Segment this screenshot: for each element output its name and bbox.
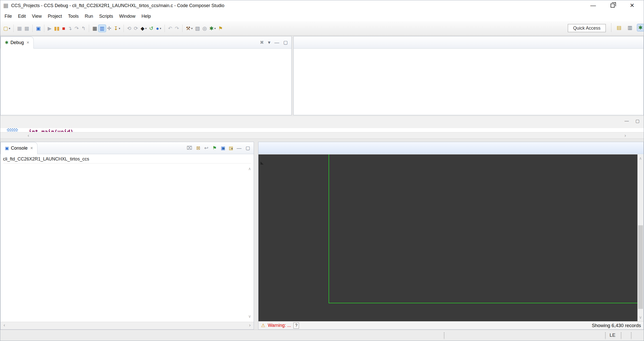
- dropdown-arrow-icon[interactable]: ▾: [160, 27, 161, 30]
- menu-file[interactable]: File: [2, 12, 15, 21]
- minimize-icon[interactable]: —: [625, 118, 629, 124]
- dropdown-arrow-icon[interactable]: ▾: [231, 147, 233, 150]
- undo-icon[interactable]: ↶: [167, 25, 174, 32]
- open-perspective-icon[interactable]: ▤: [615, 24, 623, 31]
- redo-icon-glyph: ↷: [175, 26, 179, 31]
- ccs-edit-perspective-icon[interactable]: ▥: [626, 24, 634, 31]
- memory-view-icon[interactable]: ▥: [98, 25, 106, 32]
- menu-scripts[interactable]: Scripts: [96, 12, 116, 21]
- menu-edit[interactable]: Edit: [15, 12, 29, 21]
- scroll-right-icon[interactable]: ›: [249, 322, 251, 328]
- refresh-connection-icon[interactable]: ↺: [148, 25, 155, 32]
- view-menu-icon[interactable]: ▾: [268, 39, 271, 45]
- menu-run[interactable]: Run: [82, 12, 96, 21]
- editor-content-clipped: int main(void): [0, 128, 644, 132]
- dropdown-arrow-icon[interactable]: ▾: [145, 27, 147, 30]
- console-horizontal-scrollbar[interactable]: ‹ ›: [1, 322, 254, 329]
- scroll-left-icon[interactable]: ‹: [28, 133, 29, 138]
- maximize-icon[interactable]: ▢: [283, 39, 288, 45]
- statusbar-grip: [605, 332, 606, 339]
- help-button[interactable]: ?: [293, 323, 299, 329]
- core-trace-icon[interactable]: ◆▾: [139, 25, 148, 32]
- search-icon[interactable]: ◎: [201, 25, 208, 32]
- maximize-icon[interactable]: ▢: [246, 145, 250, 151]
- scroll-up-icon[interactable]: ∧: [248, 166, 251, 171]
- expressions-view: [293, 36, 644, 115]
- scroll-left-icon[interactable]: ‹: [4, 322, 5, 328]
- flag-icon[interactable]: ⚑: [217, 25, 224, 32]
- new-file-button[interactable]: ▢▾: [2, 25, 11, 32]
- scroll-lock-icon[interactable]: ⊠: [196, 145, 200, 151]
- tab-console[interactable]: ▣ Console ✕: [1, 142, 37, 154]
- open-console-icon[interactable]: ▤▾: [229, 145, 233, 151]
- display-selected-console-icon[interactable]: ▣▾: [221, 145, 225, 151]
- energytrace-view-header: [258, 142, 643, 154]
- step-return-icon[interactable]: ↰: [80, 25, 87, 32]
- toolbar-separator: [44, 25, 44, 32]
- minimize-icon[interactable]: —: [274, 40, 279, 45]
- terminate-icon[interactable]: ■: [61, 25, 67, 32]
- resume-icon[interactable]: ▶: [46, 25, 53, 32]
- dropdown-arrow-icon[interactable]: ▾: [191, 27, 193, 30]
- scrollbar-thumb[interactable]: [638, 225, 643, 309]
- scroll-right-icon[interactable]: ›: [625, 133, 626, 138]
- redo-icon[interactable]: ↷: [173, 25, 180, 32]
- toolbar-separator: [124, 25, 124, 32]
- restart-icon[interactable]: ⟲: [126, 25, 133, 32]
- new-file-button-glyph: ▢: [3, 26, 8, 31]
- editor-horizontal-scrollbar[interactable]: ‹ ›: [0, 132, 644, 139]
- chart-vertical-scrollbar[interactable]: ∧ ∨: [637, 154, 643, 321]
- restore-window-button[interactable]: [611, 4, 615, 8]
- scroll-down-icon[interactable]: ∨: [248, 314, 251, 319]
- editor-tab-bar: [0, 116, 644, 128]
- close-icon[interactable]: ✕: [26, 41, 29, 45]
- close-icon[interactable]: ✕: [30, 146, 33, 150]
- minimize-icon[interactable]: —: [237, 145, 242, 151]
- menu-help[interactable]: Help: [138, 12, 154, 21]
- minimize-window-button[interactable]: —: [590, 2, 596, 9]
- maximize-icon[interactable]: ▢: [635, 118, 639, 124]
- dropdown-arrow-icon[interactable]: ▾: [9, 27, 10, 30]
- flash-download-icon[interactable]: ↧▾: [113, 25, 122, 32]
- dropdown-arrow-icon[interactable]: ▾: [223, 147, 225, 150]
- menu-view[interactable]: View: [29, 12, 45, 21]
- build-button[interactable]: ⚒▾: [185, 25, 194, 32]
- menu-tools[interactable]: Tools: [65, 12, 82, 21]
- records-count: Showing 6,430 records: [592, 323, 641, 328]
- debug-launch-button[interactable]: ✱▾: [208, 25, 217, 32]
- ccs-debug-perspective-icon[interactable]: ✱: [637, 24, 644, 31]
- scroll-down-icon[interactable]: ∨: [639, 315, 642, 320]
- suspend-icon[interactable]: ▮▮: [53, 25, 61, 32]
- console-view: ▣ Console ✕ ⌧⊠↩⚑▣▾▤▾—▢ cli_ftd_CC26X2R1_…: [0, 142, 254, 330]
- console-process-label: cli_ftd_CC26X2R1_LAUNCHXL_tirtos_ccs: [3, 156, 251, 164]
- reset-cpu-icon[interactable]: ⟳: [133, 25, 139, 32]
- dropdown-arrow-icon[interactable]: ▾: [119, 27, 120, 30]
- time-zero-axis-line: [329, 154, 329, 303]
- title-bar: ▦ CCS_Projects - CCS Debug - cli_ftd_CC2…: [0, 0, 644, 11]
- word-wrap-icon[interactable]: ↩: [204, 145, 208, 151]
- window-title: CCS_Projects - CCS Debug - cli_ftd_CC26X…: [11, 3, 224, 8]
- statusbar-grip: [631, 332, 632, 339]
- new-project-icon[interactable]: ▧: [194, 25, 201, 32]
- save-all-icon[interactable]: ▩: [23, 25, 30, 32]
- save-icon[interactable]: ▦: [16, 25, 23, 32]
- scroll-up-icon[interactable]: ∧: [639, 156, 642, 161]
- disconnect-all-icon[interactable]: ✖: [260, 39, 264, 45]
- dropdown-arrow-icon[interactable]: ▾: [214, 27, 216, 30]
- registers-grid-icon[interactable]: ▦: [91, 25, 98, 32]
- clear-console-icon[interactable]: ⌧: [187, 145, 192, 151]
- warning-icon: ⚠: [261, 323, 265, 328]
- step-into-icon[interactable]: ↴: [67, 25, 73, 32]
- clipped-code-line: int main(void): [29, 128, 73, 132]
- step-over-icon[interactable]: ↷: [73, 25, 80, 32]
- console-icon: ▣: [5, 146, 9, 151]
- menu-project[interactable]: Project: [45, 12, 65, 21]
- pointer-icon[interactable]: ✛: [106, 25, 113, 32]
- quick-access-button[interactable]: Quick Access: [568, 24, 606, 32]
- live-data-icon[interactable]: ●▾: [155, 25, 163, 32]
- close-window-button[interactable]: ✕: [629, 2, 635, 9]
- tab-debug[interactable]: ✱ Debug ✕: [1, 36, 34, 49]
- show-console-icon[interactable]: ▣: [35, 25, 42, 32]
- menu-window[interactable]: Window: [116, 12, 138, 21]
- pin-console-icon[interactable]: ⚑: [212, 145, 217, 151]
